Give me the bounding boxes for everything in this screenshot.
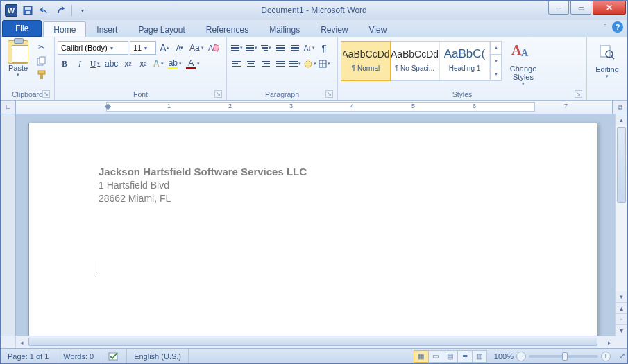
change-case-button[interactable]: Aa (188, 41, 205, 55)
numbering-button[interactable] (244, 41, 258, 55)
window-title: Document1 - Microsoft Word (1, 6, 627, 15)
font-color-button[interactable]: A (185, 57, 201, 71)
vertical-ruler[interactable] (1, 114, 16, 336)
style-heading1[interactable]: AaBbC( Heading 1 (440, 42, 490, 80)
minimize-button[interactable]: ─ (548, 1, 569, 15)
status-page[interactable]: Page: 1 of 1 (1, 349, 56, 363)
multilevel-list-button[interactable] (259, 41, 273, 55)
zoom-slider[interactable] (529, 355, 598, 358)
scroll-up-icon[interactable]: ▴ (616, 114, 627, 125)
indent-marker-icon[interactable]: ◆ (105, 101, 111, 111)
zoom-slider-knob[interactable] (562, 352, 568, 361)
zoom-level[interactable]: 100% (494, 352, 514, 361)
sort-button[interactable]: A↓ (303, 41, 316, 55)
shrink-font-button[interactable]: A▾ (173, 41, 187, 55)
maximize-button[interactable]: ▭ (570, 1, 591, 15)
vscroll-track[interactable] (616, 125, 627, 291)
text-effects-button[interactable]: A (151, 57, 165, 71)
status-language[interactable]: English (U.S.) (127, 349, 189, 363)
paragraph-group-label: Paragraph↘ (230, 89, 334, 100)
font-size-combo[interactable]: 11▾ (130, 41, 156, 55)
prev-page-icon[interactable]: ▴ (616, 302, 627, 313)
justify-button[interactable] (273, 57, 287, 71)
vscroll-thumb[interactable] (617, 127, 626, 203)
copy-icon[interactable] (35, 55, 48, 67)
redo-icon[interactable] (55, 4, 67, 17)
style-scroll-up-icon[interactable]: ▴ (491, 42, 501, 55)
browse-object-icon[interactable]: ◦ (616, 313, 627, 324)
style-expand-icon[interactable]: ▾ (491, 67, 501, 80)
superscript-button[interactable]: x2 (136, 57, 150, 71)
tab-review[interactable]: Review (310, 21, 358, 37)
page-viewport[interactable]: Jackson Hartsfield Software Services LLC… (16, 114, 615, 336)
file-tab[interactable]: File (2, 20, 42, 37)
underline-button[interactable]: U (88, 57, 102, 71)
qat-customize-icon[interactable]: ▾ (76, 4, 89, 17)
styles-launcher-icon[interactable]: ↘ (575, 90, 582, 98)
borders-button[interactable] (317, 57, 331, 71)
cut-icon[interactable]: ✂ (35, 42, 48, 53)
scroll-down-icon[interactable]: ▾ (616, 291, 627, 302)
clear-formatting-button[interactable]: A (207, 41, 221, 55)
tab-view[interactable]: View (359, 21, 398, 37)
svg-rect-1 (25, 7, 31, 10)
line-spacing-button[interactable] (288, 57, 302, 71)
editing-button[interactable]: Editing ▾ (590, 39, 625, 79)
save-icon[interactable] (22, 4, 34, 17)
next-page-icon[interactable]: ▾ (616, 324, 627, 336)
document-page[interactable]: Jackson Hartsfield Software Services LLC… (28, 123, 597, 336)
style-no-spacing[interactable]: AaBbCcDd ¶ No Spaci... (390, 42, 440, 80)
show-marks-button[interactable]: ¶ (317, 41, 331, 55)
align-right-button[interactable] (259, 57, 273, 71)
view-print-layout-icon[interactable]: ▦ (414, 350, 429, 363)
paste-button[interactable]: Paste ▾ (3, 39, 33, 78)
strikethrough-button[interactable]: abc (103, 57, 119, 71)
highlight-button[interactable]: ab (167, 57, 183, 71)
scroll-left-icon[interactable]: ◂ (16, 336, 27, 348)
paragraph-launcher-icon[interactable]: ↘ (325, 90, 333, 98)
undo-icon[interactable] (38, 4, 51, 17)
style-scroll-down-icon[interactable]: ▾ (491, 55, 501, 68)
style-normal[interactable]: AaBbCcDd ¶ Normal (341, 41, 391, 81)
font-name-combo[interactable]: Calibri (Body)▾ (58, 41, 128, 55)
hscroll-thumb[interactable] (28, 338, 597, 346)
align-left-button[interactable] (230, 57, 244, 71)
bold-button[interactable]: B (58, 57, 71, 71)
subscript-button[interactable]: x2 (121, 57, 135, 71)
help-icon[interactable]: ? (612, 21, 623, 33)
tab-mailings[interactable]: Mailings (259, 21, 310, 37)
hscroll-track[interactable] (27, 336, 604, 348)
tab-references[interactable]: References (196, 21, 259, 37)
view-draft-icon[interactable]: ▥ (472, 350, 487, 363)
italic-button[interactable]: I (73, 57, 87, 71)
increase-indent-button[interactable] (288, 41, 302, 55)
zoom-out-button[interactable]: − (516, 352, 526, 361)
format-painter-icon[interactable] (35, 69, 48, 80)
ruler-toggle-icon[interactable]: ⧉ (612, 101, 627, 114)
tab-selector[interactable]: ∟ (1, 101, 16, 114)
zoom-in-button[interactable]: + (601, 352, 611, 361)
change-styles-button[interactable]: A A Change Styles ▾ (504, 41, 542, 87)
status-words[interactable]: Words: 0 (56, 349, 101, 363)
scroll-right-icon[interactable]: ▸ (604, 336, 615, 348)
shading-button[interactable] (303, 57, 316, 71)
align-center-button[interactable] (244, 57, 258, 71)
editing-label: Editing (590, 65, 625, 73)
view-web-layout-icon[interactable]: ▤ (443, 350, 458, 363)
clipboard-launcher-icon[interactable]: ↘ (42, 90, 50, 98)
font-launcher-icon[interactable]: ↘ (214, 90, 222, 98)
bullets-button[interactable] (230, 41, 244, 55)
view-full-screen-icon[interactable]: ▭ (428, 350, 443, 363)
close-button[interactable]: ✕ (593, 1, 626, 15)
zoom-fit-icon[interactable]: ⤢ (616, 352, 627, 361)
tab-page-layout[interactable]: Page Layout (128, 21, 195, 37)
horizontal-ruler[interactable]: ◆ 1 2 3 4 5 6 7 (16, 101, 612, 114)
decrease-indent-button[interactable] (273, 41, 287, 55)
grow-font-button[interactable]: A▴ (158, 41, 171, 55)
tab-insert[interactable]: Insert (86, 21, 128, 37)
status-proofing-icon[interactable] (101, 349, 127, 363)
tab-home[interactable]: Home (43, 21, 86, 37)
view-outline-icon[interactable]: ≣ (457, 350, 473, 363)
ribbon-tabs: File Home Insert Page Layout References … (1, 20, 627, 37)
ribbon-collapse-icon[interactable]: ˆ (604, 23, 606, 31)
